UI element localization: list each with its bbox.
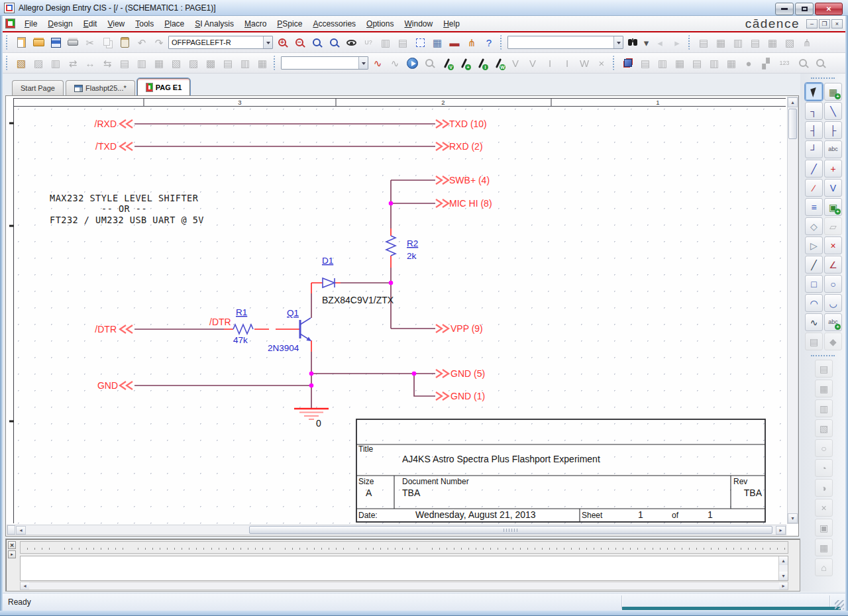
- export-doc-button[interactable]: ▥: [237, 55, 253, 71]
- port-label-gnd[interactable]: GND: [97, 380, 118, 391]
- shape-1-button[interactable]: ○: [815, 439, 833, 457]
- scroll-up-arrow[interactable]: ▴: [788, 97, 798, 107]
- menu-options[interactable]: Options: [361, 17, 399, 30]
- toolbar2-grip-3[interactable]: [613, 56, 617, 70]
- place-net-group-alias-tool[interactable]: ├: [824, 121, 842, 139]
- toolbar1-grip-3[interactable]: [688, 35, 692, 50]
- marker-clear-button[interactable]: ×: [594, 55, 610, 71]
- place-net-alias-tool[interactable]: abc: [824, 140, 842, 158]
- port-label-txd10[interactable]: TXD (10): [449, 119, 487, 129]
- current-marker-button[interactable]: I: [473, 55, 489, 71]
- titleblock-date[interactable]: Wednesday, August 21, 2013: [415, 509, 536, 520]
- place-bus-entry-tool[interactable]: ╱: [805, 160, 823, 178]
- save-button[interactable]: [48, 34, 64, 50]
- value-d1[interactable]: BZX84C9V1/ZTX: [322, 295, 394, 305]
- view-waveform-button[interactable]: ∿: [387, 55, 403, 71]
- part-manager-button[interactable]: ▦: [713, 34, 729, 50]
- view-simulation-results-button[interactable]: ∿: [370, 55, 386, 71]
- board-view-4-button[interactable]: ▤: [689, 55, 705, 71]
- back-annotate-button[interactable]: ▥: [378, 34, 394, 50]
- scroll-right-arrow[interactable]: ▸: [776, 526, 786, 535]
- shape-2-button[interactable]: ◔: [815, 459, 833, 477]
- schematic-canvas[interactable]: 3 2 1: [7, 97, 786, 524]
- zoom-area-button[interactable]: [309, 34, 325, 50]
- ground-symbol[interactable]: [294, 409, 329, 419]
- draw-rectangle-tool[interactable]: □: [805, 275, 823, 293]
- help-button[interactable]: ?: [481, 34, 497, 50]
- session-log-text[interactable]: ▴ ▾: [20, 556, 788, 581]
- draw-ellipse-tool[interactable]: ○: [824, 275, 842, 293]
- value-q1[interactable]: 2N3904: [268, 343, 299, 353]
- marker-ipin-button[interactable]: I: [559, 55, 575, 71]
- port-label-rxd[interactable]: /RXD: [95, 119, 117, 129]
- place-junction-tool[interactable]: +: [824, 160, 842, 178]
- log-scroll-left[interactable]: ◂: [21, 582, 29, 590]
- block-select-button[interactable]: ▬: [447, 34, 462, 50]
- tab-page1[interactable]: PAG E1: [137, 78, 191, 95]
- port-label-swb4[interactable]: SWB+ (4): [449, 175, 490, 185]
- port-label-rxd2[interactable]: RXD (2): [449, 141, 483, 152]
- titleblock-size[interactable]: A: [366, 488, 372, 498]
- titleblock-title[interactable]: AJ4KS Astro Spectra Plus Flashport Exper…: [402, 454, 600, 464]
- marker-v-button[interactable]: V: [507, 55, 523, 71]
- value-r2[interactable]: 2k: [407, 251, 417, 261]
- pad-edit-button[interactable]: ▨: [186, 55, 201, 71]
- place-pin-tool[interactable]: ∕: [805, 179, 823, 197]
- titleblock-sheet-no[interactable]: 1: [638, 509, 643, 520]
- constraint-button[interactable]: ▞: [758, 55, 774, 71]
- selection-filter-button[interactable]: [412, 34, 428, 50]
- palette-grip-2[interactable]: [811, 355, 835, 356]
- delete-button[interactable]: ×: [815, 499, 833, 517]
- titleblock-doc[interactable]: TBA: [402, 488, 421, 498]
- value-r1[interactable]: 47k: [233, 335, 248, 345]
- annotate-button[interactable]: U?: [360, 34, 376, 50]
- refdes-q1[interactable]: Q1: [287, 308, 299, 318]
- import-book-button[interactable]: ▤: [117, 55, 132, 71]
- tab-flashpt[interactable]: Flashpt25...*: [66, 80, 135, 95]
- place-text-tool[interactable]: abc +: [824, 313, 842, 331]
- menu-design[interactable]: Design: [42, 17, 78, 30]
- find-next-button[interactable]: ▸: [669, 34, 685, 50]
- align-h-button[interactable]: ↔: [82, 55, 98, 71]
- open-file-button[interactable]: [30, 34, 46, 50]
- menu-macro[interactable]: Macro: [239, 17, 272, 30]
- add-image-button[interactable]: ▧: [815, 419, 833, 437]
- port-label-txd[interactable]: /TXD: [95, 141, 117, 152]
- cis-explorer-button[interactable]: ▤: [696, 34, 712, 50]
- menu-view[interactable]: View: [102, 17, 130, 30]
- menu-si-analysis[interactable]: SI Analysis: [189, 17, 239, 30]
- update-part-button[interactable]: ⇄: [65, 55, 81, 71]
- place-stamp-tool[interactable]: ▱: [824, 217, 842, 235]
- menu-help[interactable]: Help: [438, 17, 465, 30]
- maximize-button[interactable]: [795, 3, 814, 15]
- fisheye-view-button[interactable]: [343, 34, 359, 50]
- titleblock-rev[interactable]: TBA: [744, 488, 763, 498]
- table-button[interactable]: ▦: [254, 55, 270, 71]
- log-scroll-down[interactable]: ▾: [779, 572, 788, 580]
- horizontal-scroll-thumb[interactable]: [249, 526, 772, 534]
- board-view-3-button[interactable]: ▦: [672, 55, 688, 71]
- scroll-left-arrow[interactable]: ◂: [16, 526, 26, 535]
- minimize-button[interactable]: [775, 3, 794, 15]
- toolbar1-grip-2[interactable]: [500, 35, 504, 50]
- net-label-dtr[interactable]: /DTR: [209, 317, 231, 327]
- tab-start-page[interactable]: Start Page: [12, 80, 64, 95]
- board-view-2-button[interactable]: ▥: [655, 55, 670, 71]
- refdes-d1[interactable]: D1: [322, 256, 333, 266]
- select-tool[interactable]: [805, 83, 823, 101]
- shape-3-button[interactable]: ◑: [815, 479, 833, 497]
- simulation-profile-combo[interactable]: [281, 56, 368, 70]
- log-vertical-scrollbar[interactable]: ▴ ▾: [778, 556, 788, 580]
- image-export-button[interactable]: ▧: [782, 34, 798, 50]
- schematic-page-icon[interactable]: [5, 19, 15, 28]
- port-label-gnd5[interactable]: GND (5): [450, 368, 485, 379]
- place-part-tool[interactable]: ▦ +: [824, 83, 842, 101]
- log-scroll-up[interactable]: ▴: [779, 556, 788, 565]
- log-close-button[interactable]: ✕: [8, 541, 16, 549]
- align-v-button[interactable]: ⇆: [99, 55, 115, 71]
- new-file-button[interactable]: [13, 34, 29, 50]
- draw-line-tool[interactable]: ╱: [805, 256, 823, 274]
- port-label-dtr[interactable]: /DTR: [95, 324, 117, 334]
- part-name-combo[interactable]: OFFPAGELEFT-R: [168, 36, 273, 49]
- resize-grip[interactable]: [835, 600, 844, 609]
